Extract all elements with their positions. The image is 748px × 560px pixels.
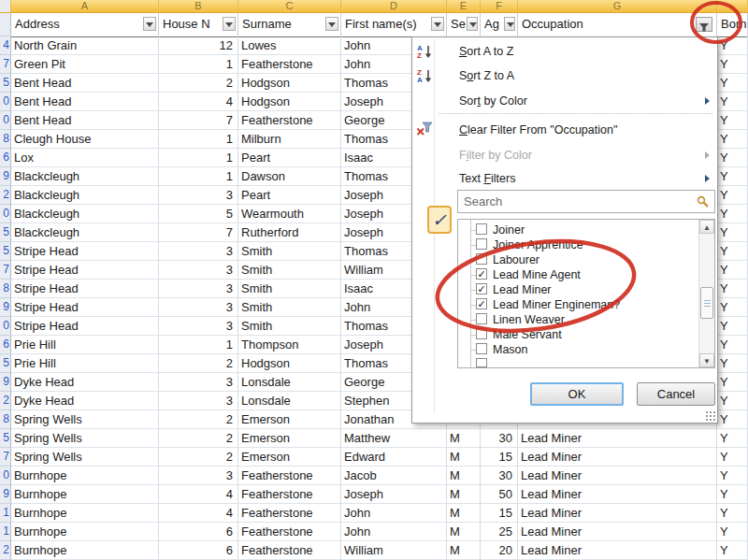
cell-surname[interactable]: Smith — [238, 242, 341, 261]
row-number[interactable]: 9 — [0, 485, 11, 504]
cell-first-name[interactable]: William — [341, 541, 447, 560]
filter-option-joiner[interactable]: Joiner — [458, 223, 698, 237]
cell-address[interactable]: Spring Wells — [11, 448, 159, 467]
cell-surname[interactable]: Featherstone — [238, 504, 341, 523]
column-letter-c[interactable]: C — [238, 0, 341, 12]
cell-occupation[interactable]: Lead Miner — [518, 467, 717, 485]
filter-option-lead-miner-engineman[interactable]: ✓Lead Miner Engineman? — [458, 297, 698, 312]
checkbox-checked[interactable]: ✓ — [476, 268, 487, 280]
cell-sex[interactable]: M — [447, 485, 481, 504]
column-letter-g[interactable]: G — [518, 0, 717, 12]
row-number[interactable]: 8 — [0, 280, 11, 298]
filter-option-joiner-apprentice[interactable]: Joiner Apprentice — [458, 237, 698, 252]
cell-first-name[interactable]: Matthew — [341, 429, 447, 448]
cell-born[interactable]: Y — [717, 223, 748, 242]
filter-option-male-servant[interactable]: Male Servant — [458, 327, 698, 342]
cell-born[interactable]: Y — [717, 130, 748, 149]
cell-born[interactable]: Y — [717, 448, 748, 467]
filter-option-labourer[interactable]: Labourer — [458, 252, 698, 267]
cell-born[interactable]: Y — [717, 167, 748, 186]
row-number[interactable]: 4 — [0, 36, 11, 55]
filter-dropdown-button-age[interactable] — [504, 17, 515, 31]
cell-born[interactable]: Y — [717, 280, 748, 298]
cell-born[interactable]: Y — [717, 373, 748, 392]
cell-occupation[interactable]: Lead Miner — [518, 523, 717, 541]
menu-item-sort-by-color[interactable]: Sort by Color — [412, 91, 717, 111]
cell-surname[interactable]: Peart — [238, 149, 341, 167]
cell-house-number[interactable]: 12 — [159, 36, 238, 55]
row-number[interactable]: 5 — [0, 74, 11, 93]
row-number[interactable]: 5 — [0, 242, 11, 261]
header-occupation[interactable]: Occupation — [518, 13, 717, 36]
column-letter-a[interactable]: A — [11, 0, 159, 12]
row-number[interactable]: 2 — [0, 541, 11, 560]
cell-house-number[interactable]: 6 — [159, 541, 238, 560]
cell-born[interactable]: Y — [717, 111, 748, 130]
search-input[interactable] — [458, 191, 714, 212]
column-letter-b[interactable]: B — [159, 0, 238, 12]
cell-born[interactable]: Y — [717, 93, 748, 111]
cell-sex[interactable]: M — [447, 523, 481, 541]
cell-born[interactable]: Y — [717, 298, 748, 317]
ok-button[interactable]: OK — [530, 382, 624, 406]
cell-born[interactable]: Y — [717, 242, 748, 261]
header-first-names[interactable]: First name(s) — [341, 13, 447, 36]
cell-sex[interactable]: M — [447, 541, 481, 560]
checkbox-checked[interactable]: ✓ — [476, 298, 487, 309]
filter-dropdown-button-house[interactable] — [223, 17, 236, 31]
checkbox-unchecked[interactable] — [476, 253, 487, 265]
filter-dropdown-button-firstname[interactable] — [431, 17, 444, 31]
cell-address[interactable]: Spring Wells — [11, 429, 159, 448]
checkbox-unchecked[interactable] — [476, 238, 487, 250]
row-number[interactable]: 5 — [0, 429, 11, 448]
row-number[interactable]: 0 — [0, 467, 11, 485]
row-number[interactable]: 2 — [0, 186, 11, 205]
cell-sex[interactable]: M — [447, 429, 481, 448]
cell-house-number[interactable]: 4 — [159, 504, 238, 523]
cancel-button[interactable]: Cancel — [637, 382, 715, 406]
cell-house-number[interactable]: 7 — [159, 111, 238, 130]
cell-sex[interactable]: M — [447, 448, 481, 467]
row-number[interactable]: 1 — [0, 523, 11, 541]
cell-house-number[interactable]: 2 — [159, 74, 238, 93]
header-born[interactable]: Born — [717, 13, 748, 36]
filter-option-linen-weaver[interactable]: Linen Weaver — [458, 312, 698, 327]
row-number[interactable]: 0 — [0, 317, 11, 336]
cell-house-number[interactable]: 4 — [159, 93, 238, 111]
cell-age[interactable]: 30 — [481, 429, 518, 448]
cell-house-number[interactable]: 3 — [159, 298, 238, 317]
cell-address[interactable]: Bent Head — [11, 93, 159, 111]
cell-surname[interactable]: Dawson — [238, 167, 341, 186]
row-number[interactable]: 2 — [0, 392, 11, 410]
row-number[interactable]: 5 — [0, 223, 11, 242]
cell-first-name[interactable]: Jacob — [341, 467, 447, 485]
cell-address[interactable]: Spring Wells — [11, 410, 159, 429]
cell-occupation[interactable]: Lead Miner — [518, 541, 717, 560]
cell-address[interactable]: Blackcleugh — [11, 223, 159, 242]
header-surname[interactable]: Surname — [238, 13, 341, 36]
cell-born[interactable]: Y — [717, 354, 748, 373]
cell-first-name[interactable]: Joseph — [341, 485, 447, 504]
cell-surname[interactable]: Emerson — [238, 429, 341, 448]
cell-sex[interactable]: M — [447, 504, 481, 523]
cell-surname[interactable]: Wearmouth — [238, 205, 341, 223]
row-number[interactable]: 8 — [0, 130, 11, 149]
cell-born[interactable]: Y — [717, 149, 748, 167]
cell-surname[interactable]: Lowes — [238, 36, 341, 55]
cell-address[interactable]: Stripe Head — [11, 242, 159, 261]
list-scrollbar[interactable]: ▲ ▼ — [698, 220, 714, 367]
cell-occupation[interactable]: Lead Miner — [518, 504, 717, 523]
cell-address[interactable]: Stripe Head — [11, 280, 159, 298]
cell-address[interactable]: Blackcleugh — [11, 167, 159, 186]
cell-address[interactable]: Blackcleugh — [11, 205, 159, 223]
cell-born[interactable]: Y — [717, 541, 748, 560]
cell-surname[interactable]: Emerson — [238, 410, 341, 429]
menu-item-text-filters[interactable]: Text Filters — [412, 168, 717, 189]
cell-house-number[interactable]: 3 — [159, 261, 238, 280]
row-number[interactable]: 0 — [0, 93, 11, 111]
checkbox-unchecked[interactable] — [476, 313, 487, 324]
cell-age[interactable]: 20 — [481, 541, 518, 560]
cell-address[interactable]: Bent Head — [11, 74, 159, 93]
cell-age[interactable]: 50 — [481, 485, 518, 504]
row-number[interactable]: 0 — [0, 205, 11, 223]
